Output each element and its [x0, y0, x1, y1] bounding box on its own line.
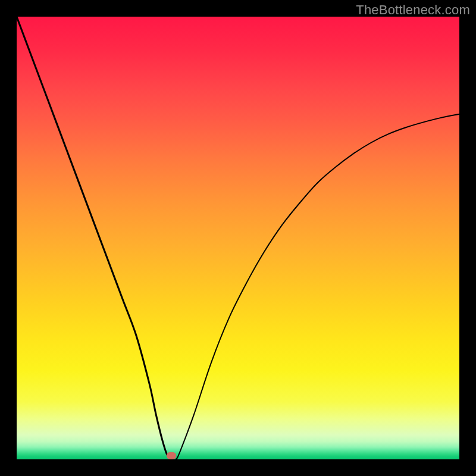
curve-left-branch: [17, 17, 171, 459]
bottleneck-curve: [17, 17, 459, 459]
chart-container: TheBottleneck.com: [0, 0, 476, 476]
plot-area: [17, 17, 459, 459]
curve-right-branch: [171, 114, 459, 459]
attribution-label: TheBottleneck.com: [356, 2, 470, 18]
optimal-point-marker: [167, 452, 176, 459]
